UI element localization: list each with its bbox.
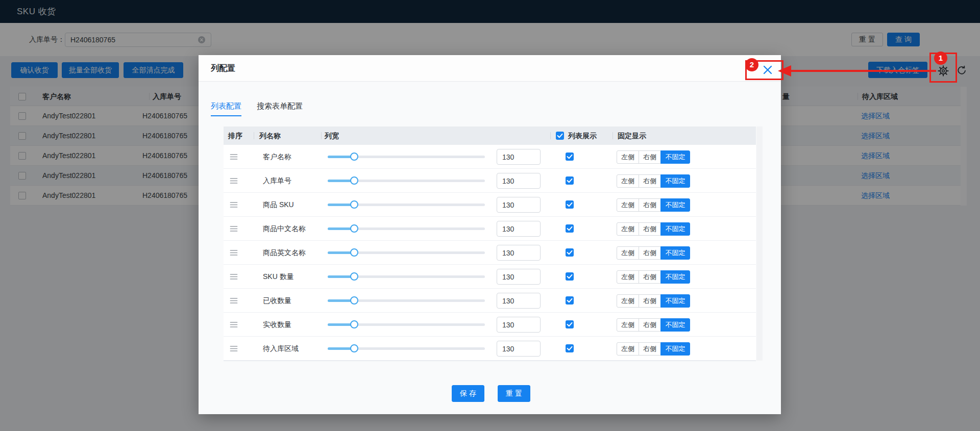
- header-divider: [550, 132, 551, 139]
- tab-list-config[interactable]: 列表配置: [211, 100, 241, 116]
- display-checkbox[interactable]: [566, 272, 574, 281]
- display-checkbox[interactable]: [566, 153, 574, 161]
- width-input[interactable]: [497, 293, 541, 309]
- width-input[interactable]: [497, 173, 541, 189]
- fixed-left-button[interactable]: 左侧: [617, 342, 639, 356]
- save-button[interactable]: 保 存: [452, 385, 484, 402]
- fixed-right-button[interactable]: 右侧: [639, 246, 661, 260]
- width-slider[interactable]: [328, 323, 485, 326]
- col-name: 列名称: [259, 126, 281, 145]
- fixed-left-button[interactable]: 左侧: [617, 294, 639, 308]
- width-input[interactable]: [497, 245, 541, 261]
- column-name-label: 已收数量: [263, 289, 291, 313]
- fixed-left-button[interactable]: 左侧: [617, 270, 639, 284]
- annotation-arrow-head: [778, 65, 791, 77]
- drag-handle-icon[interactable]: [230, 321, 238, 328]
- column-name-label: 商品英文名称: [263, 241, 306, 265]
- width-input[interactable]: [497, 197, 541, 213]
- drag-handle-icon[interactable]: [230, 273, 238, 280]
- fixed-right-button[interactable]: 右侧: [639, 318, 661, 332]
- display-checkbox[interactable]: [566, 320, 574, 328]
- display-checkbox[interactable]: [566, 200, 574, 209]
- display-checkbox[interactable]: [566, 176, 574, 185]
- fixed-none-button[interactable]: 不固定: [660, 150, 690, 164]
- config-scrollbar[interactable]: [756, 126, 763, 361]
- fixed-left-button[interactable]: 左侧: [617, 222, 639, 236]
- config-row: 已收数量 左侧 右侧 不固定: [224, 289, 756, 313]
- slider-handle[interactable]: [350, 224, 358, 233]
- fixed-none-button[interactable]: 不固定: [660, 174, 690, 188]
- fixed-right-button[interactable]: 右侧: [639, 270, 661, 284]
- display-checkbox[interactable]: [566, 248, 574, 257]
- width-input[interactable]: [497, 341, 541, 357]
- display-checkbox[interactable]: [566, 344, 574, 352]
- width-input[interactable]: [497, 149, 541, 165]
- header-divider: [612, 132, 613, 139]
- display-checkbox[interactable]: [566, 224, 574, 233]
- header-divider: [254, 132, 254, 139]
- config-row: 商品英文名称 左侧 右侧 不固定: [224, 241, 756, 265]
- width-input[interactable]: [497, 221, 541, 237]
- width-slider[interactable]: [328, 204, 485, 206]
- fixed-option-group: 左侧 右侧 不固定: [617, 342, 690, 356]
- fixed-option-group: 左侧 右侧 不固定: [617, 270, 690, 284]
- slider-handle[interactable]: [350, 296, 358, 305]
- fixed-none-button[interactable]: 不固定: [660, 198, 690, 212]
- display-checkbox[interactable]: [566, 296, 574, 305]
- column-name-label: 入库单号: [263, 169, 291, 193]
- fixed-none-button[interactable]: 不固定: [660, 318, 690, 332]
- fixed-left-button[interactable]: 左侧: [617, 174, 639, 188]
- slider-handle[interactable]: [350, 200, 358, 209]
- fixed-right-button[interactable]: 右侧: [639, 294, 661, 308]
- fixed-none-button[interactable]: 不固定: [660, 342, 690, 356]
- modal-tabs: 列表配置 搜索表单配置: [211, 100, 303, 116]
- width-slider[interactable]: [328, 299, 485, 302]
- fixed-option-group: 左侧 右侧 不固定: [617, 318, 690, 332]
- fixed-left-button[interactable]: 左侧: [617, 318, 639, 332]
- drag-handle-icon[interactable]: [230, 178, 238, 184]
- slider-handle[interactable]: [350, 272, 358, 281]
- drag-handle-icon[interactable]: [230, 297, 238, 304]
- fixed-left-button[interactable]: 左侧: [617, 150, 639, 164]
- slider-handle[interactable]: [350, 248, 358, 257]
- fixed-right-button[interactable]: 右侧: [639, 174, 661, 188]
- fixed-right-button[interactable]: 右侧: [639, 150, 661, 164]
- config-row: 商品 SKU 左侧 右侧 不固定: [224, 193, 756, 217]
- drag-handle-icon[interactable]: [230, 225, 238, 232]
- width-slider[interactable]: [328, 251, 485, 254]
- fixed-none-button[interactable]: 不固定: [660, 294, 690, 308]
- fixed-left-button[interactable]: 左侧: [617, 246, 639, 260]
- fixed-left-button[interactable]: 左侧: [617, 198, 639, 212]
- modal-title: 列配置: [211, 55, 235, 82]
- width-input[interactable]: [497, 269, 541, 285]
- column-name-label: 实收数量: [263, 313, 291, 337]
- width-slider[interactable]: [328, 156, 485, 158]
- width-slider[interactable]: [328, 227, 485, 230]
- slider-handle[interactable]: [350, 153, 358, 161]
- screen: SKU 收货 入库单号： 重 置 查 询 确认收货 批量全部收货 全部清点完成 …: [0, 0, 980, 431]
- slider-handle[interactable]: [350, 320, 358, 328]
- slider-handle[interactable]: [350, 344, 358, 352]
- fixed-right-button[interactable]: 右侧: [639, 198, 661, 212]
- fixed-none-button[interactable]: 不固定: [660, 246, 690, 260]
- width-input[interactable]: [497, 317, 541, 333]
- fixed-none-button[interactable]: 不固定: [660, 222, 690, 236]
- display-all-checkbox[interactable]: [556, 132, 564, 140]
- slider-handle[interactable]: [350, 176, 358, 185]
- column-config-table: 排序 列名称 列宽 列表展示 固定显示 客户名称: [224, 126, 756, 361]
- modal-reset-button[interactable]: 重 置: [498, 385, 530, 402]
- drag-handle-icon[interactable]: [230, 249, 238, 256]
- drag-handle-icon[interactable]: [230, 345, 238, 352]
- fixed-right-button[interactable]: 右侧: [639, 342, 661, 356]
- config-row: 实收数量 左侧 右侧 不固定: [224, 313, 756, 337]
- fixed-option-group: 左侧 右侧 不固定: [617, 222, 690, 236]
- drag-handle-icon[interactable]: [230, 154, 238, 160]
- width-slider[interactable]: [328, 275, 485, 278]
- fixed-none-button[interactable]: 不固定: [660, 270, 690, 284]
- drag-handle-icon[interactable]: [230, 201, 238, 208]
- fixed-right-button[interactable]: 右侧: [639, 222, 661, 236]
- col-display: 列表展示: [568, 126, 597, 145]
- tab-search-form-config[interactable]: 搜索表单配置: [257, 100, 303, 116]
- width-slider[interactable]: [328, 180, 485, 182]
- width-slider[interactable]: [328, 347, 485, 350]
